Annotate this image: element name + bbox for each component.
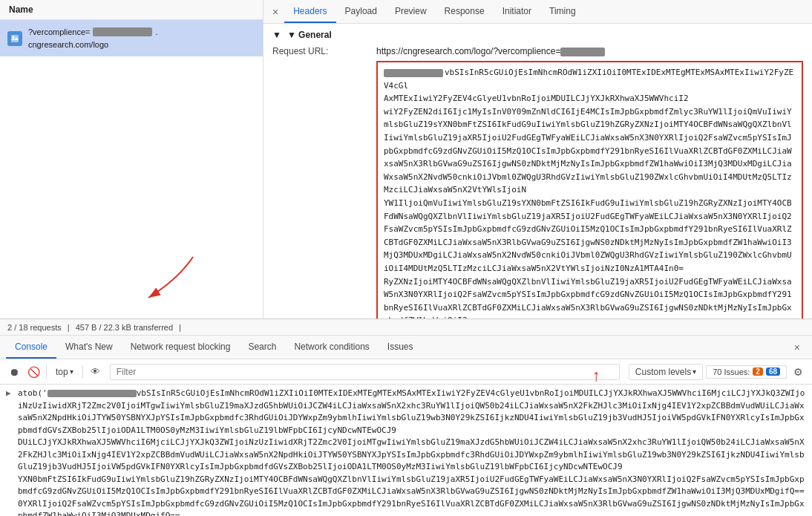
bottom-tab-console[interactable]: Console <box>6 336 56 359</box>
clear-console-button[interactable]: 🚫 <box>25 364 42 380</box>
console-text-1: atob('vbSIsInR5cGUiOjEsImNhcmROdW1iZXIiO… <box>18 388 806 516</box>
bottom-tab-search[interactable]: Search <box>239 336 285 359</box>
transferred-size: 457 B / 22.3 kB transferred <box>76 323 173 332</box>
requests-count: 2 / 18 requests <box>7 323 62 332</box>
custom-levels-chevron-icon: ▾ <box>693 368 696 376</box>
network-item-icon <box>7 31 22 46</box>
headers-right-panel: × Headers Payload Preview Response Initi… <box>263 0 812 319</box>
custom-levels-label: Custom levels <box>635 367 691 377</box>
custom-levels-button[interactable]: Custom levels ▾ <box>629 364 703 380</box>
record-button[interactable]: ⏺ <box>6 364 22 380</box>
issues-label: 70 Issues: <box>713 368 750 376</box>
tab-close-button[interactable]: × <box>266 0 284 23</box>
console-row-atob: ▶ atob('vbSIsInR5cGUiOjEsImNhcmROdW1iZXI… <box>0 386 812 516</box>
network-item-url-redacted <box>93 27 152 36</box>
console-toolbar: ⏺ 🚫 top ▾ 👁 ↑ Custom levels ▾ 70 Issues:… <box>0 359 812 385</box>
url-box-line-5: RyZXNzIjoiMTY4OCBFdWNsaWQgQXZlbnVlIiwiYm… <box>384 275 796 319</box>
network-left-panel: Name ?vercomplience= . cngres <box>0 0 263 319</box>
request-url-box: vbSIsInR5cGUiOjEsImNhcmROdW1iZXIiOiI0MTE… <box>376 61 803 319</box>
chevron-down-icon: ▾ <box>70 368 73 376</box>
toolbar-separator <box>46 365 47 379</box>
bottom-tabs-close[interactable]: × <box>788 342 806 353</box>
console-output: ▶ atob('vbSIsInR5cGUiOjEsImNhcmROdW1iZXI… <box>0 385 812 516</box>
blue-badge: 68 <box>766 368 780 376</box>
network-panel-header: Name <box>0 0 263 20</box>
orange-badge: 2 <box>753 368 763 376</box>
headers-content: ▼ ▼ General Request URL: https://cngrese… <box>263 24 812 319</box>
name-column-header: Name <box>9 4 33 15</box>
bottom-tab-issues[interactable]: Issues <box>379 336 422 359</box>
request-url-short: https://cngresearch.com/logo/?vercomplie… <box>376 46 605 56</box>
network-item[interactable]: ?vercomplience= . cngresearch.com/logo <box>0 20 263 56</box>
tab-payload[interactable]: Payload <box>336 0 386 23</box>
url-box-line-3: wiY2FyZEN2diI6Ijc1MyIsInV0Y09mZnNldCI6Ij… <box>384 105 796 197</box>
network-item-text: ?vercomplience= . cngresearch.com/logo <box>28 26 158 50</box>
url-box-line-4: YW1IljoiQmVuIiwiYmlsbGluZ19sYXN0bmFtZSI6… <box>384 197 796 275</box>
tab-headers[interactable]: Headers <box>284 0 335 23</box>
bottom-tab-network-conditions[interactable]: Network conditions <box>285 336 378 359</box>
expand-arrow-1[interactable]: ▶ <box>6 388 15 400</box>
devtools-tabs-bar: × Headers Payload Preview Response Initi… <box>263 0 812 24</box>
toolbar-separator2 <box>82 365 83 379</box>
eye-button[interactable]: 👁 <box>88 364 104 380</box>
tab-response[interactable]: Response <box>436 0 494 23</box>
top-context-button[interactable]: top ▾ <box>51 365 78 379</box>
image-icon <box>10 34 19 43</box>
network-item-url-end: . <box>155 26 157 39</box>
bottom-tab-whats-new[interactable]: What's New <box>56 336 122 359</box>
tab-initiator[interactable]: Initiator <box>494 0 540 23</box>
bottom-panel: Console What's New Network request block… <box>0 336 812 516</box>
url-box-line-1: vbSIsInR5cGUiOjEsImNhcmROdW1iZXIiOiI0MTE… <box>384 66 796 92</box>
filter-input[interactable] <box>110 364 620 380</box>
top-context-label: top <box>56 367 68 377</box>
issues-badge-container[interactable]: 70 Issues: 2 68 <box>706 365 787 379</box>
network-item-domain: cngresearch.com/logo <box>28 39 158 51</box>
request-url-row: Request URL: https://cngresearch.com/log… <box>272 46 803 56</box>
bottom-tabs-bar: Console What's New Network request block… <box>0 336 812 359</box>
general-section-title: ▼ ▼ General <box>272 30 803 40</box>
separator2: | <box>179 323 181 332</box>
tab-timing[interactable]: Timing <box>540 0 585 23</box>
request-url-label: Request URL: <box>272 46 376 56</box>
bottom-tab-network-blocking[interactable]: Network request blocking <box>122 336 240 359</box>
status-bar: 2 / 18 requests | 457 B / 22.3 kB transf… <box>0 319 812 336</box>
tab-preview[interactable]: Preview <box>386 0 436 23</box>
url-box-line-2: AxMTExIiwiY2FyZEV4cGlyeU1vbnRoIjoiMDUILC… <box>384 92 796 105</box>
settings-gear-button[interactable]: ⚙ <box>790 364 806 380</box>
network-item-url: ?vercomplience= <box>28 26 90 39</box>
separator: | <box>68 323 70 332</box>
